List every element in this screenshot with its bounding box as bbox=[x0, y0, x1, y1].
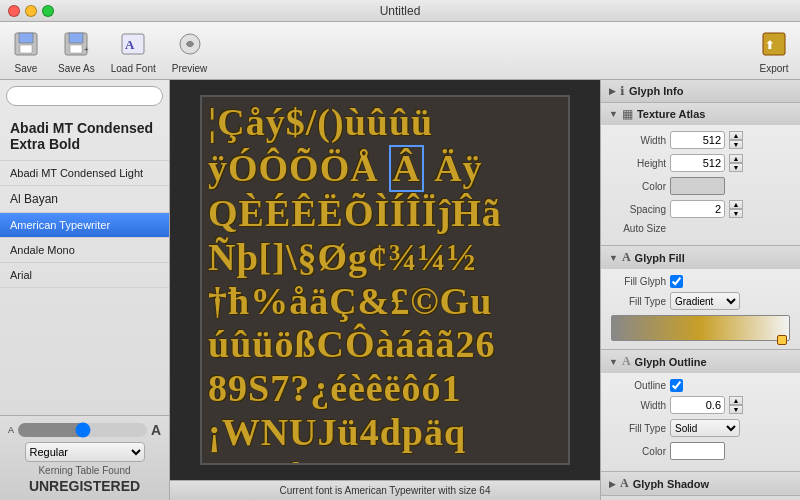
glyph-shadow-section: ▶ A Glyph Shadow bbox=[601, 472, 800, 496]
gradient-preview[interactable] bbox=[611, 315, 790, 341]
font-item-abadi-bold[interactable]: Abadi MT Condensed Extra Bold bbox=[0, 112, 169, 161]
texture-icon: ▦ bbox=[622, 107, 633, 121]
font-item-al-bayan[interactable]: Al Bayan bbox=[0, 186, 169, 213]
svg-rect-1 bbox=[19, 33, 33, 43]
size-slider-row: A A bbox=[8, 422, 161, 438]
save-as-label: Save As bbox=[58, 63, 95, 74]
glyph-fill-section: ▼ A Glyph Fill Fill Glyph Fill Type Grad… bbox=[601, 246, 800, 350]
outline-color-label: Color bbox=[611, 446, 666, 457]
status-text: Current font is American Typewriter with… bbox=[279, 485, 490, 496]
glyph-text: ¦Çåý$/()ùûûüÿÓÔÕÖÅ Â ÄÿQÈÉÊËÕÌÍÎÏĵĤãÑþ[]… bbox=[202, 97, 568, 465]
glyph-info-title: Glyph Info bbox=[629, 85, 683, 97]
outline-width-stepper: ▲ ▼ bbox=[729, 396, 743, 414]
style-select[interactable]: Regular Bold Italic Bold Italic bbox=[25, 442, 145, 462]
export-label: Export bbox=[760, 63, 789, 74]
spacing-down[interactable]: ▼ bbox=[729, 209, 743, 218]
color-swatch[interactable] bbox=[670, 177, 725, 195]
maximize-button[interactable] bbox=[42, 5, 54, 17]
font-item-abadi-light[interactable]: Abadi MT Condensed Light bbox=[0, 161, 169, 186]
svg-point-10 bbox=[187, 41, 193, 47]
load-font-label: Load Font bbox=[111, 63, 156, 74]
canvas-content[interactable]: WIKIPEDIA ¦Çåý$/()ùûûüÿÓÔÕÖÅ Â ÄÿQÈÉÊËÕÌ… bbox=[170, 80, 600, 480]
fill-type-row: Fill Type Gradient Solid None bbox=[611, 292, 790, 310]
svg-rect-5 bbox=[70, 45, 82, 53]
load-font-button[interactable]: A Load Font bbox=[111, 28, 156, 74]
close-button[interactable] bbox=[8, 5, 20, 17]
glyph-outline-body: Outline Width ▲ ▼ Fill Type Solid Gradie… bbox=[601, 373, 800, 471]
outline-row: Outline bbox=[611, 379, 790, 392]
glyph-shadow-title: Glyph Shadow bbox=[633, 478, 709, 490]
height-stepper: ▲ ▼ bbox=[729, 154, 743, 172]
gradient-thumb[interactable] bbox=[777, 335, 787, 345]
font-item-andale-mono[interactable]: Andale Mono bbox=[0, 238, 169, 263]
font-size-slider[interactable] bbox=[18, 423, 147, 437]
chevron-down-icon: ▼ bbox=[609, 109, 618, 119]
save-icon bbox=[10, 28, 42, 60]
save-label: Save bbox=[15, 63, 38, 74]
export-button[interactable]: ⬆ Export bbox=[758, 28, 790, 74]
outline-fill-type-select[interactable]: Solid Gradient None bbox=[670, 419, 740, 437]
right-panel: ▶ ℹ Glyph Info ▼ ▦ Texture Atlas Width ▲… bbox=[600, 80, 800, 500]
glyph-shadow-header[interactable]: ▶ A Glyph Shadow bbox=[601, 472, 800, 495]
spacing-row: Spacing ▲ ▼ bbox=[611, 200, 790, 218]
style-select-row: Regular Bold Italic Bold Italic bbox=[8, 442, 161, 462]
unregistered-label: UNREGISTERED bbox=[8, 478, 161, 494]
fill-glyph-label: Fill Glyph bbox=[611, 276, 666, 287]
outline-width-up[interactable]: ▲ bbox=[729, 396, 743, 405]
outline-fill-type-row: Fill Type Solid Gradient None bbox=[611, 419, 790, 437]
title-bar: Untitled bbox=[0, 0, 800, 22]
glyph-fill-header[interactable]: ▼ A Glyph Fill bbox=[601, 246, 800, 269]
size-label-large: A bbox=[151, 422, 161, 438]
width-label: Width bbox=[611, 135, 666, 146]
minimize-button[interactable] bbox=[25, 5, 37, 17]
glyph-shadow-icon: A bbox=[620, 476, 629, 491]
svg-text:⬆: ⬆ bbox=[765, 39, 774, 51]
sidebar-bottom: A A Regular Bold Italic Bold Italic Kern… bbox=[0, 415, 169, 500]
save-button[interactable]: Save bbox=[10, 28, 42, 74]
width-up[interactable]: ▲ bbox=[729, 131, 743, 140]
included-glyphs-section: ▼ 井 Included Glyphs ABCDEFGHIJKLMNOPQRST… bbox=[601, 496, 800, 500]
outline-width-label: Width bbox=[611, 400, 666, 411]
glyph-outline-title: Glyph Outline bbox=[635, 356, 707, 368]
height-row: Height ▲ ▼ bbox=[611, 154, 790, 172]
outline-width-down[interactable]: ▼ bbox=[729, 405, 743, 414]
load-font-icon: A bbox=[117, 28, 149, 60]
svg-text:A: A bbox=[125, 37, 135, 52]
save-as-button[interactable]: + Save As bbox=[58, 28, 95, 74]
fill-type-select[interactable]: Gradient Solid None bbox=[670, 292, 740, 310]
glyph-info-header[interactable]: ▶ ℹ Glyph Info bbox=[601, 80, 800, 102]
color-label: Color bbox=[611, 181, 666, 192]
height-label: Height bbox=[611, 158, 666, 169]
svg-rect-4 bbox=[69, 33, 83, 43]
outline-color-swatch[interactable] bbox=[670, 442, 725, 460]
search-input[interactable] bbox=[6, 86, 163, 106]
width-down[interactable]: ▼ bbox=[729, 140, 743, 149]
height-up[interactable]: ▲ bbox=[729, 154, 743, 163]
chevron-right-icon2: ▶ bbox=[609, 479, 616, 489]
outline-width-input[interactable] bbox=[670, 396, 725, 414]
chevron-down-icon3: ▼ bbox=[609, 357, 618, 367]
preview-button[interactable]: Preview bbox=[172, 28, 208, 74]
width-stepper: ▲ ▼ bbox=[729, 131, 743, 149]
glyph-fill-body: Fill Glyph Fill Type Gradient Solid None bbox=[601, 269, 800, 349]
auto-size-row: Auto Size bbox=[611, 223, 790, 234]
height-input[interactable] bbox=[670, 154, 725, 172]
glyph-outline-header[interactable]: ▼ A Glyph Outline bbox=[601, 350, 800, 373]
texture-atlas-section: ▼ ▦ Texture Atlas Width ▲ ▼ Height bbox=[601, 103, 800, 246]
spacing-up[interactable]: ▲ bbox=[729, 200, 743, 209]
included-glyphs-header[interactable]: ▼ 井 Included Glyphs bbox=[601, 496, 800, 500]
texture-atlas-body: Width ▲ ▼ Height ▲ ▼ Color bbox=[601, 125, 800, 245]
spacing-input[interactable] bbox=[670, 200, 725, 218]
font-item-arial[interactable]: Arial bbox=[0, 263, 169, 288]
font-item-american-typewriter[interactable]: American Typewriter bbox=[0, 213, 169, 238]
glyph-fill-title: Glyph Fill bbox=[635, 252, 685, 264]
outline-checkbox[interactable] bbox=[670, 379, 683, 392]
toolbar: Save + Save As A Load Font bbox=[0, 22, 800, 80]
texture-atlas-title: Texture Atlas bbox=[637, 108, 705, 120]
window-controls bbox=[8, 5, 54, 17]
texture-atlas-header[interactable]: ▼ ▦ Texture Atlas bbox=[601, 103, 800, 125]
fill-glyph-checkbox[interactable] bbox=[670, 275, 683, 288]
height-down[interactable]: ▼ bbox=[729, 163, 743, 172]
size-label-small: A bbox=[8, 425, 14, 435]
width-input[interactable] bbox=[670, 131, 725, 149]
